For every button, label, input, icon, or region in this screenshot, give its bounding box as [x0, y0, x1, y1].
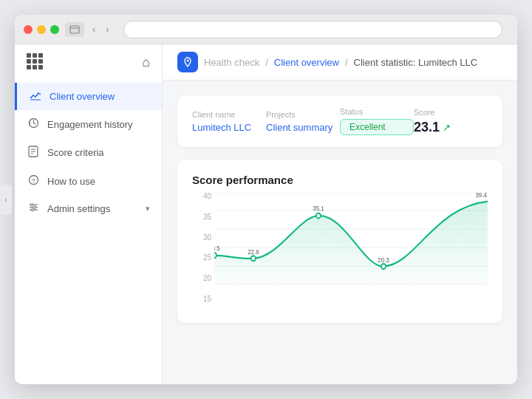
browser-window: ‹ › ⌂ Client overview: [15, 15, 517, 384]
chevron-down-icon: ▾: [146, 204, 150, 214]
sidebar-nav: Client overview Engagement history Score…: [15, 83, 162, 222]
projects-field: Projects Client summary: [266, 110, 340, 133]
sidebar: ⌂ Client overview Engagement history: [15, 44, 163, 384]
breadcrumb-health-check[interactable]: Health check: [204, 57, 259, 68]
chart-point-2: [251, 256, 256, 261]
chart-point-3: [316, 213, 321, 218]
traffic-light-green[interactable]: [50, 25, 59, 34]
chart-svg: 23.5 22.6 35.1 20.3 39.4: [214, 192, 488, 303]
y-label-25: 25: [203, 253, 211, 262]
sidebar-top: ⌂: [15, 53, 162, 83]
breadcrumb-current: Client statistic: Lumitech LLC: [354, 57, 478, 68]
engagement-history-icon: [27, 117, 40, 131]
sidebar-item-label: Engagement history: [47, 119, 133, 130]
chart-fill: [214, 201, 488, 284]
chart-label-3: 35.1: [313, 205, 324, 213]
chart-section: Score performance 40 35 30 25 20 15: [177, 160, 502, 323]
chart-label-1: 23.5: [214, 245, 220, 253]
grid-icon[interactable]: [27, 53, 44, 71]
projects-value[interactable]: Client summary: [266, 122, 340, 133]
svg-point-16: [187, 60, 189, 62]
y-label-35: 35: [203, 213, 211, 221]
chart-label-4: 20.3: [378, 256, 389, 265]
browser-titlebar: ‹ ›: [15, 15, 517, 44]
y-label-30: 30: [203, 233, 211, 242]
sidebar-item-engagement-history[interactable]: Engagement history: [15, 110, 162, 138]
score-trend-icon: ↗: [443, 122, 451, 133]
client-name-field: Client name Lumitech LLC: [192, 110, 266, 133]
score-value: 23.1: [414, 120, 440, 135]
client-overview-icon: [29, 90, 42, 103]
chart-point-4: [381, 264, 386, 269]
client-name-value[interactable]: Lumitech LLC: [192, 122, 266, 133]
status-badge: Excellent: [340, 119, 414, 135]
breadcrumb-bar: Health check / Client overview / Client …: [163, 44, 517, 81]
window-control-btn[interactable]: [65, 22, 84, 37]
breadcrumb-sep-1: /: [265, 57, 268, 68]
main-content: Health check / Client overview / Client …: [163, 44, 517, 384]
chart-label-2: 22.6: [248, 248, 259, 256]
sidebar-item-admin-settings[interactable]: Admin settings ▾: [15, 195, 162, 222]
traffic-light-red[interactable]: [24, 25, 33, 34]
svg-point-15: [31, 209, 33, 211]
chart-svg-area: 23.5 22.6 35.1 20.3 39.4: [214, 192, 488, 303]
chart-label-5: 39.4: [475, 192, 487, 199]
sidebar-item-label: Admin settings: [47, 203, 110, 214]
score-label: Score: [414, 108, 488, 117]
breadcrumb-sep-2: /: [345, 57, 348, 68]
chart-container: 40 35 30 25 20 15: [192, 192, 488, 318]
score-criteria-icon: [27, 146, 40, 160]
forward-arrow[interactable]: ›: [103, 24, 111, 35]
svg-point-13: [30, 204, 33, 206]
y-label-15: 15: [203, 295, 211, 303]
svg-rect-0: [70, 26, 79, 33]
content-area: Client name Lumitech LLC Projects Client…: [163, 81, 517, 384]
sidebar-item-label: Score criteria: [47, 147, 104, 158]
svg-text:?: ?: [32, 177, 35, 184]
breadcrumb-icon: [177, 52, 198, 72]
client-name-label: Client name: [192, 110, 266, 119]
traffic-lights: [24, 25, 59, 34]
back-arrow[interactable]: ‹: [90, 24, 98, 35]
sidebar-item-label: How to use: [47, 176, 95, 187]
address-bar[interactable]: [123, 21, 502, 38]
breadcrumb-client-overview[interactable]: Client overview: [274, 57, 339, 68]
svg-point-14: [33, 206, 35, 208]
sidebar-item-score-criteria[interactable]: Score criteria: [15, 138, 162, 167]
browser-body: ⌂ Client overview Engagement history: [15, 44, 517, 384]
home-icon[interactable]: ⌂: [142, 55, 150, 70]
how-to-use-icon: ?: [27, 174, 40, 188]
admin-settings-icon: [27, 202, 40, 214]
status-label: Status: [340, 107, 414, 116]
sidebar-item-how-to-use[interactable]: ? How to use: [15, 167, 162, 195]
traffic-light-yellow[interactable]: [37, 25, 46, 34]
score-field: Score 23.1 ↗: [414, 108, 488, 135]
y-axis: 40 35 30 25 20 15: [192, 192, 214, 303]
y-label-40: 40: [203, 192, 211, 200]
chart-title: Score performance: [192, 174, 488, 186]
status-field: Status Excellent: [340, 107, 414, 135]
projects-label: Projects: [266, 110, 340, 119]
sidebar-item-label: Client overview: [50, 91, 115, 102]
client-card: Client name Lumitech LLC Projects Client…: [177, 95, 502, 147]
sidebar-item-client-overview[interactable]: Client overview: [15, 83, 162, 110]
chart-point-1: [214, 253, 216, 258]
y-label-20: 20: [203, 274, 211, 282]
